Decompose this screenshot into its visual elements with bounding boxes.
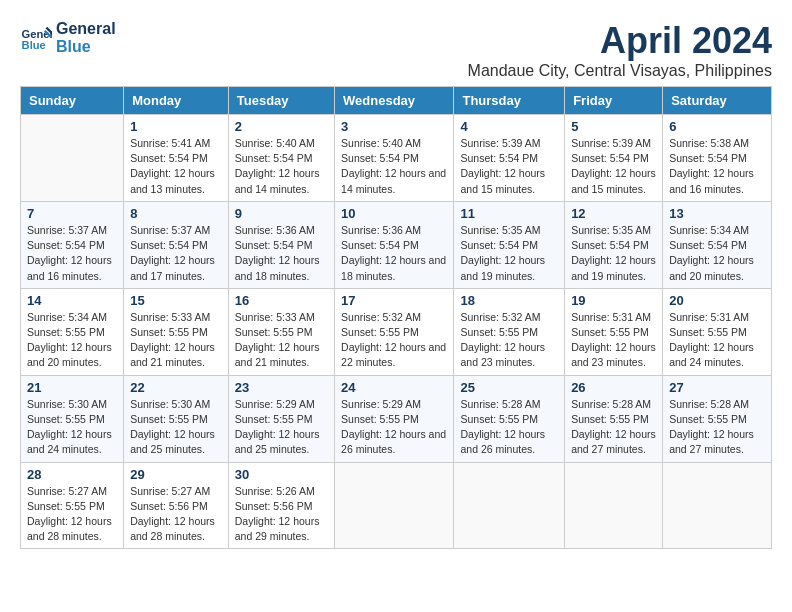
calendar-cell: 5 Sunrise: 5:39 AMSunset: 5:54 PMDayligh… [565, 115, 663, 202]
calendar-cell [565, 462, 663, 549]
calendar-cell [21, 115, 124, 202]
day-info: Sunrise: 5:28 AMSunset: 5:55 PMDaylight:… [460, 397, 558, 458]
calendar-cell: 9 Sunrise: 5:36 AMSunset: 5:54 PMDayligh… [228, 201, 334, 288]
calendar-cell: 18 Sunrise: 5:32 AMSunset: 5:55 PMDaylig… [454, 288, 565, 375]
calendar-cell [335, 462, 454, 549]
calendar-cell: 23 Sunrise: 5:29 AMSunset: 5:55 PMDaylig… [228, 375, 334, 462]
day-info: Sunrise: 5:30 AMSunset: 5:55 PMDaylight:… [27, 397, 117, 458]
header-cell-monday: Monday [124, 87, 229, 115]
header-cell-wednesday: Wednesday [335, 87, 454, 115]
calendar-cell: 28 Sunrise: 5:27 AMSunset: 5:55 PMDaylig… [21, 462, 124, 549]
day-number: 23 [235, 380, 328, 395]
day-number: 28 [27, 467, 117, 482]
calendar-cell: 3 Sunrise: 5:40 AMSunset: 5:54 PMDayligh… [335, 115, 454, 202]
day-number: 3 [341, 119, 447, 134]
logo-icon: General Blue [20, 22, 52, 54]
svg-text:Blue: Blue [22, 39, 46, 51]
calendar-cell: 15 Sunrise: 5:33 AMSunset: 5:55 PMDaylig… [124, 288, 229, 375]
day-number: 18 [460, 293, 558, 308]
day-number: 4 [460, 119, 558, 134]
logo-line2: Blue [56, 38, 116, 56]
day-number: 7 [27, 206, 117, 221]
calendar-cell: 29 Sunrise: 5:27 AMSunset: 5:56 PMDaylig… [124, 462, 229, 549]
calendar-cell: 13 Sunrise: 5:34 AMSunset: 5:54 PMDaylig… [663, 201, 772, 288]
day-info: Sunrise: 5:27 AMSunset: 5:55 PMDaylight:… [27, 484, 117, 545]
calendar-cell: 4 Sunrise: 5:39 AMSunset: 5:54 PMDayligh… [454, 115, 565, 202]
day-info: Sunrise: 5:29 AMSunset: 5:55 PMDaylight:… [341, 397, 447, 458]
day-info: Sunrise: 5:37 AMSunset: 5:54 PMDaylight:… [27, 223, 117, 284]
day-number: 27 [669, 380, 765, 395]
week-row-3: 14 Sunrise: 5:34 AMSunset: 5:55 PMDaylig… [21, 288, 772, 375]
day-info: Sunrise: 5:36 AMSunset: 5:54 PMDaylight:… [341, 223, 447, 284]
title-section: April 2024 Mandaue City, Central Visayas… [468, 20, 772, 80]
calendar-cell [454, 462, 565, 549]
day-info: Sunrise: 5:29 AMSunset: 5:55 PMDaylight:… [235, 397, 328, 458]
day-number: 11 [460, 206, 558, 221]
day-info: Sunrise: 5:27 AMSunset: 5:56 PMDaylight:… [130, 484, 222, 545]
day-number: 15 [130, 293, 222, 308]
calendar-cell: 12 Sunrise: 5:35 AMSunset: 5:54 PMDaylig… [565, 201, 663, 288]
day-number: 22 [130, 380, 222, 395]
header-cell-saturday: Saturday [663, 87, 772, 115]
day-number: 9 [235, 206, 328, 221]
header-row: SundayMondayTuesdayWednesdayThursdayFrid… [21, 87, 772, 115]
day-number: 26 [571, 380, 656, 395]
day-info: Sunrise: 5:31 AMSunset: 5:55 PMDaylight:… [669, 310, 765, 371]
day-number: 25 [460, 380, 558, 395]
day-info: Sunrise: 5:41 AMSunset: 5:54 PMDaylight:… [130, 136, 222, 197]
day-info: Sunrise: 5:39 AMSunset: 5:54 PMDaylight:… [571, 136, 656, 197]
day-number: 10 [341, 206, 447, 221]
day-number: 16 [235, 293, 328, 308]
calendar-cell: 2 Sunrise: 5:40 AMSunset: 5:54 PMDayligh… [228, 115, 334, 202]
logo: General Blue General Blue [20, 20, 116, 55]
calendar-cell: 27 Sunrise: 5:28 AMSunset: 5:55 PMDaylig… [663, 375, 772, 462]
day-info: Sunrise: 5:34 AMSunset: 5:55 PMDaylight:… [27, 310, 117, 371]
calendar-table: SundayMondayTuesdayWednesdayThursdayFrid… [20, 86, 772, 549]
header-cell-friday: Friday [565, 87, 663, 115]
calendar-cell: 10 Sunrise: 5:36 AMSunset: 5:54 PMDaylig… [335, 201, 454, 288]
day-info: Sunrise: 5:38 AMSunset: 5:54 PMDaylight:… [669, 136, 765, 197]
calendar-cell: 1 Sunrise: 5:41 AMSunset: 5:54 PMDayligh… [124, 115, 229, 202]
day-info: Sunrise: 5:28 AMSunset: 5:55 PMDaylight:… [571, 397, 656, 458]
day-info: Sunrise: 5:33 AMSunset: 5:55 PMDaylight:… [235, 310, 328, 371]
day-number: 1 [130, 119, 222, 134]
header-cell-sunday: Sunday [21, 87, 124, 115]
header-cell-tuesday: Tuesday [228, 87, 334, 115]
logo-line1: General [56, 20, 116, 38]
week-row-1: 1 Sunrise: 5:41 AMSunset: 5:54 PMDayligh… [21, 115, 772, 202]
calendar-cell: 6 Sunrise: 5:38 AMSunset: 5:54 PMDayligh… [663, 115, 772, 202]
day-number: 14 [27, 293, 117, 308]
header: General Blue General Blue April 2024 Man… [20, 20, 772, 80]
subtitle: Mandaue City, Central Visayas, Philippin… [468, 62, 772, 80]
month-title: April 2024 [468, 20, 772, 62]
week-row-5: 28 Sunrise: 5:27 AMSunset: 5:55 PMDaylig… [21, 462, 772, 549]
day-info: Sunrise: 5:40 AMSunset: 5:54 PMDaylight:… [235, 136, 328, 197]
calendar-cell: 19 Sunrise: 5:31 AMSunset: 5:55 PMDaylig… [565, 288, 663, 375]
day-number: 13 [669, 206, 765, 221]
day-info: Sunrise: 5:31 AMSunset: 5:55 PMDaylight:… [571, 310, 656, 371]
day-info: Sunrise: 5:32 AMSunset: 5:55 PMDaylight:… [341, 310, 447, 371]
calendar-cell: 7 Sunrise: 5:37 AMSunset: 5:54 PMDayligh… [21, 201, 124, 288]
day-info: Sunrise: 5:28 AMSunset: 5:55 PMDaylight:… [669, 397, 765, 458]
day-info: Sunrise: 5:36 AMSunset: 5:54 PMDaylight:… [235, 223, 328, 284]
day-number: 29 [130, 467, 222, 482]
day-number: 20 [669, 293, 765, 308]
day-info: Sunrise: 5:37 AMSunset: 5:54 PMDaylight:… [130, 223, 222, 284]
calendar-cell: 24 Sunrise: 5:29 AMSunset: 5:55 PMDaylig… [335, 375, 454, 462]
day-info: Sunrise: 5:35 AMSunset: 5:54 PMDaylight:… [460, 223, 558, 284]
header-cell-thursday: Thursday [454, 87, 565, 115]
week-row-4: 21 Sunrise: 5:30 AMSunset: 5:55 PMDaylig… [21, 375, 772, 462]
day-info: Sunrise: 5:40 AMSunset: 5:54 PMDaylight:… [341, 136, 447, 197]
day-number: 17 [341, 293, 447, 308]
day-number: 2 [235, 119, 328, 134]
day-info: Sunrise: 5:32 AMSunset: 5:55 PMDaylight:… [460, 310, 558, 371]
day-info: Sunrise: 5:30 AMSunset: 5:55 PMDaylight:… [130, 397, 222, 458]
day-info: Sunrise: 5:33 AMSunset: 5:55 PMDaylight:… [130, 310, 222, 371]
calendar-cell: 14 Sunrise: 5:34 AMSunset: 5:55 PMDaylig… [21, 288, 124, 375]
day-number: 12 [571, 206, 656, 221]
day-number: 6 [669, 119, 765, 134]
day-number: 24 [341, 380, 447, 395]
day-info: Sunrise: 5:35 AMSunset: 5:54 PMDaylight:… [571, 223, 656, 284]
calendar-cell: 21 Sunrise: 5:30 AMSunset: 5:55 PMDaylig… [21, 375, 124, 462]
calendar-cell: 25 Sunrise: 5:28 AMSunset: 5:55 PMDaylig… [454, 375, 565, 462]
